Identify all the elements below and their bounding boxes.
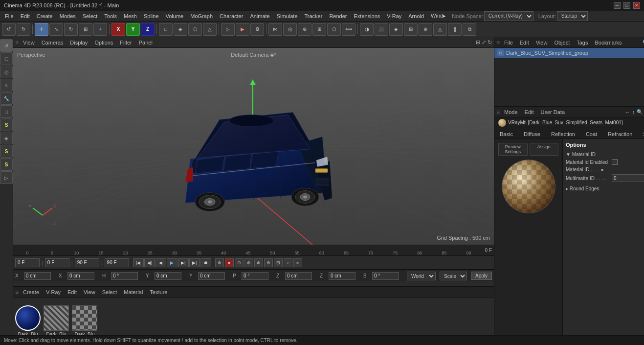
mirror-btn[interactable]: ⟺ xyxy=(342,23,355,36)
mat-user-data-menu[interactable]: User Data xyxy=(538,109,568,115)
mat-hamburger[interactable]: ≡ xyxy=(15,289,19,296)
select-tool[interactable]: ↺ xyxy=(0,39,13,52)
y-pos-input[interactable] xyxy=(155,272,181,280)
vp-layout-icon[interactable]: ⊞ xyxy=(476,39,480,46)
close-btn[interactable]: ✕ xyxy=(633,2,640,9)
key-motion-btn[interactable]: ≈ xyxy=(293,258,302,267)
render-btn[interactable]: ▶ xyxy=(236,23,249,36)
mat-edit-menu[interactable]: Edit xyxy=(65,289,79,296)
smooth-tool[interactable]: S xyxy=(0,158,13,171)
key-all-btn[interactable]: ⊞ xyxy=(274,258,283,267)
component-mode-btn[interactable]: ◈ xyxy=(174,23,187,36)
move-tool-btn[interactable]: ✛ xyxy=(35,23,48,36)
tab-refraction[interactable]: Refraction xyxy=(602,129,638,138)
edge-mode-btn[interactable]: ⬡ xyxy=(188,23,202,36)
vp-display-menu[interactable]: Display xyxy=(67,39,90,46)
extrude-tool[interactable]: ◊ xyxy=(0,79,13,92)
snap-btn[interactable]: ⋈ xyxy=(268,23,282,36)
mat-select-menu[interactable]: Select xyxy=(100,289,120,296)
render-view-btn[interactable]: ▷ xyxy=(221,23,235,36)
key-pos-btn[interactable]: ⊕ xyxy=(244,258,253,267)
step-prev-btn[interactable]: ◀ xyxy=(155,258,166,267)
menu-edit[interactable]: Edit xyxy=(18,12,33,20)
right-bookmarks-menu[interactable]: Bookmarks xyxy=(592,39,624,46)
hair-btn[interactable]: ∥ xyxy=(448,23,462,36)
layout-dropdown[interactable]: Startup xyxy=(557,11,588,21)
vp-view-menu[interactable]: View xyxy=(21,39,37,46)
menu-select[interactable]: Select xyxy=(80,12,101,20)
mat-edit-menu2[interactable]: Edit xyxy=(522,109,536,115)
x-pos-input[interactable] xyxy=(24,272,51,280)
grid-btn[interactable]: ⊞ xyxy=(312,23,326,36)
p-rot-input[interactable] xyxy=(242,272,268,280)
multimatte-input[interactable] xyxy=(612,174,644,182)
array-btn[interactable]: ⊛ xyxy=(419,23,432,36)
tab-basic[interactable]: Basic xyxy=(494,129,518,138)
render-settings-btn[interactable]: ⚙ xyxy=(250,23,264,36)
viewport-canvas[interactable]: X Z Y Perspective Default Camera ◈° Grid… xyxy=(13,48,494,245)
xref-btn[interactable]: ⧉ xyxy=(463,23,476,36)
right-tags-menu[interactable]: Tags xyxy=(574,39,590,46)
menu-file[interactable]: File xyxy=(2,12,17,20)
camera-btn[interactable]: 🎥 xyxy=(375,23,388,36)
mat-view-menu[interactable]: View xyxy=(81,289,98,296)
right-file-menu[interactable]: File xyxy=(502,39,515,46)
goto-end-btn[interactable]: ▶| xyxy=(189,258,200,267)
y-size-input[interactable] xyxy=(198,272,225,280)
scene-btn[interactable]: ◬ xyxy=(433,23,447,36)
coord-system-dropdown[interactable]: World Object xyxy=(407,272,436,280)
b-rot-input[interactable] xyxy=(372,272,399,280)
lights-btn[interactable]: ◈ xyxy=(389,23,403,36)
vp-options-menu[interactable]: Options xyxy=(92,39,115,46)
key-audio-btn[interactable]: ♪ xyxy=(284,258,292,267)
menu-mesh[interactable]: Mesh xyxy=(121,12,140,20)
knife-tool[interactable]: S xyxy=(0,118,13,131)
paint-brush[interactable]: ▷ xyxy=(0,171,13,184)
mat-material-menu[interactable]: Material xyxy=(121,289,145,296)
undo-btn[interactable]: ↺ xyxy=(2,23,16,36)
add-obj-btn[interactable]: + xyxy=(93,23,107,36)
apply-button[interactable]: Apply xyxy=(471,272,492,280)
current-time-input[interactable] xyxy=(15,258,40,267)
rotate-tool-btn[interactable]: ↻ xyxy=(64,23,78,36)
mat-search-icon[interactable]: 🔍 xyxy=(637,109,643,115)
vp-maximize-icon[interactable]: ⤢ xyxy=(482,39,486,46)
mat-texture-menu[interactable]: Texture xyxy=(147,289,170,296)
key-filter-btn[interactable]: ⊕ xyxy=(215,258,224,267)
live-select[interactable]: ⬡ xyxy=(0,52,13,65)
redo-btn[interactable]: ↻ xyxy=(17,23,30,36)
material-item-1[interactable]: Dark_Blu xyxy=(15,305,41,337)
axis-y-btn[interactable]: Y xyxy=(126,23,140,36)
mat-create-menu[interactable]: Create xyxy=(21,289,42,296)
menu-render[interactable]: Render xyxy=(326,12,350,20)
mat-mode-menu[interactable]: Mode xyxy=(502,109,520,115)
vp-sync-icon[interactable]: ↻ xyxy=(488,39,492,46)
step-next-btn[interactable]: ▶| xyxy=(178,258,189,267)
right-view-menu[interactable]: View xyxy=(533,39,550,46)
scale-mode-dropdown[interactable]: Scale Size xyxy=(440,272,467,280)
bridge-tool[interactable]: □ xyxy=(0,105,13,118)
menu-spline[interactable]: Spline xyxy=(141,12,162,20)
tree-item-suv-group[interactable]: G Dark_Blue_SUV_Simplified_group xyxy=(494,48,644,58)
deform-btn[interactable]: ⊞ xyxy=(404,23,418,36)
axis-x-btn[interactable]: X xyxy=(111,23,125,36)
tab-diffuse[interactable]: Diffuse xyxy=(518,129,546,138)
sculpt-tool[interactable]: S xyxy=(0,145,13,158)
paint-btn[interactable]: ◑ xyxy=(360,23,374,36)
mat-id-enabled-checkbox[interactable] xyxy=(612,159,618,165)
node-space-dropdown[interactable]: Current (V-Ray) xyxy=(484,11,533,21)
axis-z-btn[interactable]: Z xyxy=(141,23,155,36)
material-item-2[interactable]: Dark_Blu xyxy=(44,305,69,337)
z-size-input[interactable] xyxy=(329,272,355,280)
right-edit-menu[interactable]: Edit xyxy=(517,39,532,46)
key-rot-btn[interactable]: ⊕ xyxy=(264,258,273,267)
nav-back-icon[interactable]: ← xyxy=(625,109,630,115)
play-btn[interactable]: ▶ xyxy=(167,258,178,267)
transform-btn[interactable]: ⊞ xyxy=(79,23,92,36)
tab-reflection[interactable]: Reflection xyxy=(546,129,580,138)
scale-tool-btn[interactable]: ⤡ xyxy=(49,23,63,36)
vp-panel-menu[interactable]: Panel xyxy=(136,39,155,46)
preview-settings-btn[interactable]: Preview Settings xyxy=(498,143,528,156)
total-frames-input[interactable] xyxy=(105,258,129,267)
magnet-btn[interactable]: ◎ xyxy=(283,23,297,36)
